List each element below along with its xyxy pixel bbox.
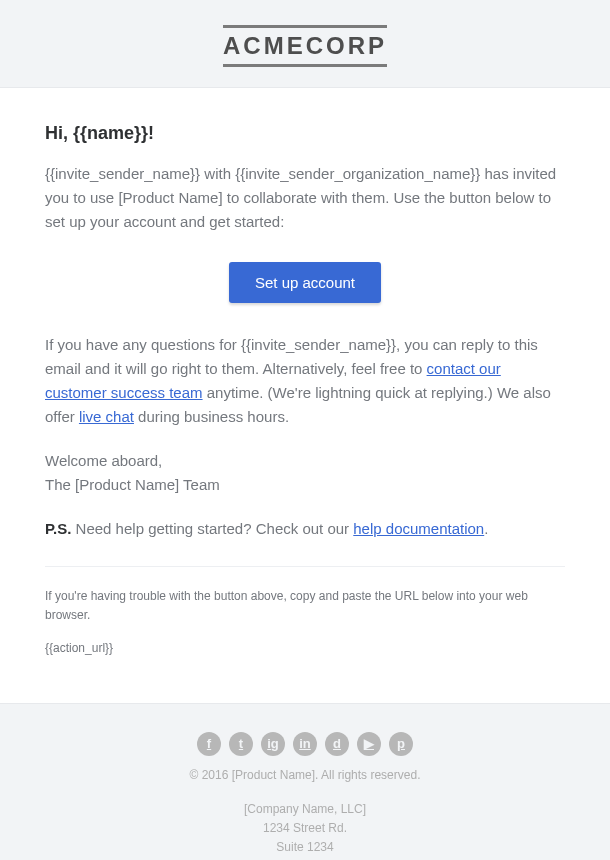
- company-logo: ACMECORP: [223, 25, 387, 67]
- address-line-2: 1234 Street Rd.: [45, 819, 565, 838]
- ps-tail: .: [484, 520, 488, 537]
- ps-paragraph: P.S. Need help getting started? Check ou…: [45, 517, 565, 541]
- email-body: Hi, {{name}}! {{invite_sender_name}} wit…: [0, 87, 610, 704]
- instagram-icon[interactable]: ig: [261, 732, 285, 756]
- copyright-text: © 2016 [Product Name]. All rights reserv…: [45, 768, 565, 782]
- help-docs-link[interactable]: help documentation: [353, 520, 484, 537]
- help-paragraph: If you have any questions for {{invite_s…: [45, 333, 565, 429]
- action-url: {{action_url}}: [45, 639, 565, 658]
- address-line-1: [Company Name, LLC]: [45, 800, 565, 819]
- pinterest-icon[interactable]: p: [389, 732, 413, 756]
- signoff-line-2: The [Product Name] Team: [45, 473, 565, 497]
- email-footer: ftigind▶p © 2016 [Product Name]. All rig…: [0, 704, 610, 860]
- twitter-icon[interactable]: t: [229, 732, 253, 756]
- live-chat-link[interactable]: live chat: [79, 408, 134, 425]
- facebook-icon[interactable]: f: [197, 732, 221, 756]
- signoff-line-1: Welcome aboard,: [45, 449, 565, 473]
- linkedin-icon[interactable]: in: [293, 732, 317, 756]
- dribbble-icon[interactable]: d: [325, 732, 349, 756]
- subcopy-text: If you're having trouble with the button…: [45, 587, 565, 625]
- intro-paragraph: {{invite_sender_name}} with {{invite_sen…: [45, 162, 565, 234]
- social-icons-row: ftigind▶p: [45, 732, 565, 756]
- address-line-3: Suite 1234: [45, 838, 565, 857]
- cta-row: Set up account: [45, 262, 565, 303]
- subcopy-section: If you're having trouble with the button…: [45, 566, 565, 659]
- greeting-heading: Hi, {{name}}!: [45, 123, 565, 144]
- company-address: [Company Name, LLC] 1234 Street Rd. Suit…: [45, 800, 565, 858]
- help-text-3: during business hours.: [134, 408, 289, 425]
- youtube-icon[interactable]: ▶: [357, 732, 381, 756]
- sign-off: Welcome aboard, The [Product Name] Team: [45, 449, 565, 497]
- ps-label: P.S.: [45, 520, 71, 537]
- ps-text: Need help getting started? Check out our: [71, 520, 353, 537]
- email-header: ACMECORP: [0, 0, 610, 87]
- setup-account-button[interactable]: Set up account: [229, 262, 381, 303]
